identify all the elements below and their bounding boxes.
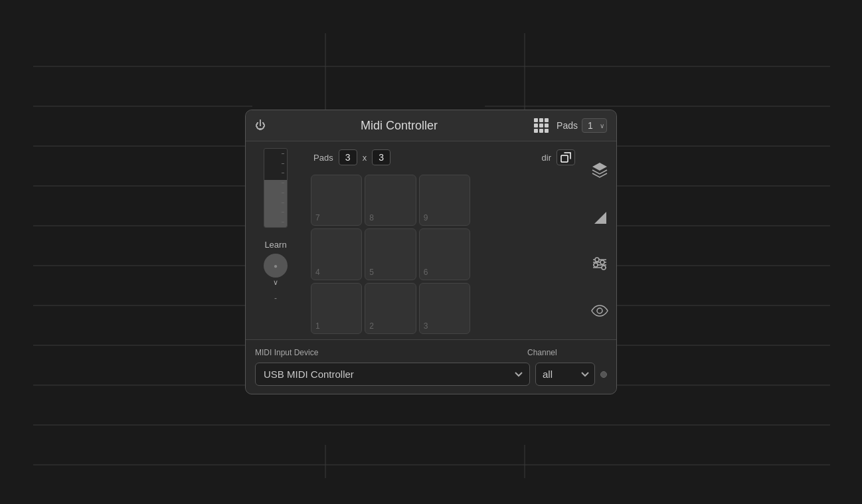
dir-icon-button[interactable]: [557, 149, 575, 165]
panel-body: Learn ● - Pads 3 x 3 dir: [246, 141, 616, 339]
velocity-ticks: [282, 149, 287, 227]
panel-title: Midi Controller: [272, 119, 526, 133]
channel-label: Channel: [527, 348, 607, 357]
midi-input-select[interactable]: USB MIDI Controller Internal MIDI None: [255, 363, 530, 386]
svg-rect-22: [561, 155, 568, 162]
x-separator: x: [363, 153, 367, 163]
grid-view-button[interactable]: [533, 117, 550, 134]
right-icon-sidebar: [583, 141, 616, 339]
dir-label: dir: [542, 153, 551, 163]
pad-5[interactable]: 5: [365, 228, 416, 280]
svg-point-29: [595, 258, 599, 262]
pad-4[interactable]: 4: [311, 228, 362, 280]
pads-config-label: Pads: [313, 153, 333, 163]
eye-icon[interactable]: [589, 300, 610, 321]
pad-2[interactable]: 2: [365, 283, 416, 334]
layers-icon[interactable]: [589, 159, 610, 181]
pad-1[interactable]: 1: [311, 283, 362, 334]
power-icon[interactable]: ⏻: [255, 120, 266, 131]
footer-labels: MIDI Input Device Channel: [255, 348, 607, 357]
pad-7[interactable]: 7: [311, 175, 362, 226]
pad-grid: 7 8 9 4 5 6 1 2 3: [311, 175, 470, 334]
midi-controller-panel: ⏻ Midi Controller Pads 1 2 3 4: [245, 110, 617, 394]
panel-header: ⏻ Midi Controller Pads 1 2 3 4: [246, 110, 616, 141]
svg-point-33: [597, 308, 602, 313]
learn-button[interactable]: ●: [264, 254, 288, 278]
panel-footer: MIDI Input Device Channel USB MIDI Contr…: [246, 339, 616, 394]
pads-dropdown-wrap[interactable]: 1 2 3 4: [582, 118, 607, 133]
channel-select[interactable]: all 123 456 789 101112 131415 16: [535, 363, 595, 386]
rows-input[interactable]: 3: [339, 149, 357, 165]
pad-6[interactable]: 6: [419, 228, 470, 280]
left-controls: Learn ● -: [246, 141, 305, 339]
pad-3[interactable]: 3: [419, 283, 470, 334]
volume-icon[interactable]: [589, 207, 610, 228]
grid-area: Pads 3 x 3 dir 7 8 9: [305, 141, 583, 339]
learn-section: Learn ● -: [264, 240, 288, 303]
pads-config-row: Pads 3 x 3 dir: [311, 147, 578, 168]
midi-input-label: MIDI Input Device: [255, 348, 521, 357]
svg-point-30: [600, 260, 604, 264]
status-dot: [600, 371, 607, 378]
grid-dots-icon: [534, 118, 549, 133]
pads-dropdown[interactable]: 1 2 3 4: [582, 118, 607, 133]
learn-label: Learn: [264, 240, 286, 250]
pads-header-label: Pads: [557, 120, 578, 131]
svg-marker-23: [592, 163, 607, 171]
pads-selector: Pads 1 2 3 4: [557, 118, 607, 133]
cols-input[interactable]: 3: [372, 149, 390, 165]
svg-point-31: [594, 263, 598, 267]
footer-inputs: USB MIDI Controller Internal MIDI None a…: [255, 363, 607, 386]
pad-9[interactable]: 9: [419, 175, 470, 226]
velocity-bar: [264, 148, 288, 228]
minus-label: -: [274, 294, 277, 303]
pad-8[interactable]: 8: [365, 175, 416, 226]
svg-marker-24: [594, 212, 606, 224]
equalizer-icon[interactable]: [589, 253, 610, 274]
svg-point-32: [602, 266, 606, 270]
